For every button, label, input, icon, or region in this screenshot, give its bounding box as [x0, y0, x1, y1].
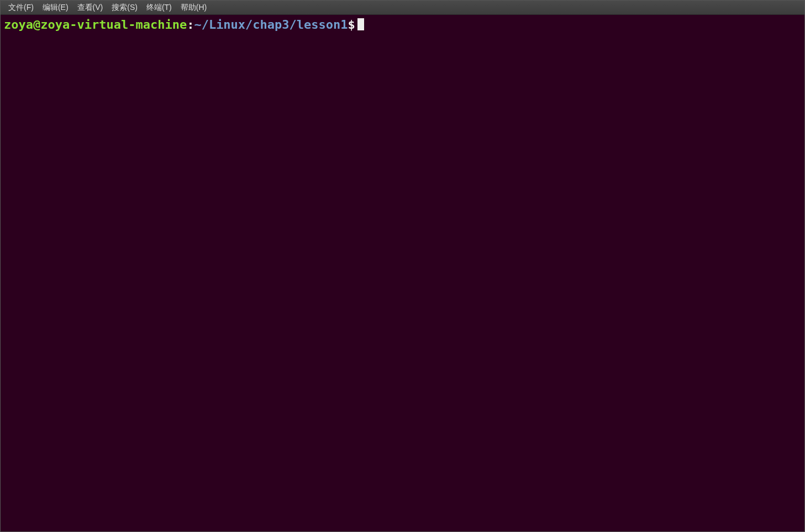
- prompt-user-host: zoya@zoya-virtual-machine: [4, 18, 187, 31]
- prompt-symbol: $: [348, 18, 355, 31]
- menu-terminal[interactable]: 终端(T): [142, 1, 176, 14]
- menu-view[interactable]: 查看(V): [73, 1, 108, 14]
- menu-file[interactable]: 文件(F): [4, 1, 38, 14]
- prompt-separator: :: [187, 18, 194, 31]
- prompt-path: ~/Linux/chap3/lesson1: [194, 18, 348, 31]
- cursor: [357, 18, 364, 30]
- menubar: 文件(F) 编辑(E) 查看(V) 搜索(S) 终端(T) 帮助(H): [1, 1, 804, 15]
- terminal-area[interactable]: zoya@zoya-virtual-machine:~/Linux/chap3/…: [1, 15, 804, 35]
- menu-edit[interactable]: 编辑(E): [38, 1, 73, 14]
- menu-help[interactable]: 帮助(H): [176, 1, 211, 14]
- menu-search[interactable]: 搜索(S): [107, 1, 142, 14]
